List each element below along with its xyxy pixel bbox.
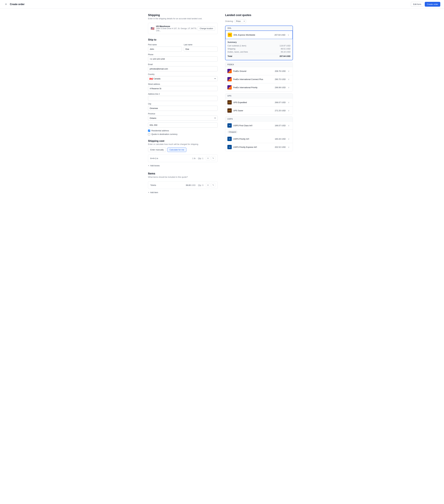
left-panel: Shipping Enter in the shipping details f…: [148, 14, 225, 195]
fedex-ip-name: FedEx International Priority: [233, 86, 258, 89]
ups-expedited-name: UPS Expedited: [233, 101, 247, 104]
warehouse-box: 🇺🇸 US Warehouse 1664 S Dixie Drive H 107…: [148, 23, 218, 34]
fedex-ic-plus-price: 290.70 USD: [275, 78, 286, 80]
box-row: 6×4×1 in 1 lb Qty: 1 ⊙ ✎: [148, 154, 218, 162]
fedex-ground-logo: FX: [227, 69, 232, 73]
close-button[interactable]: ✕: [4, 2, 8, 6]
item-settings-button[interactable]: ⊙: [206, 183, 210, 187]
item-qty: Qty: 3: [198, 184, 203, 186]
usps-priority-express-option[interactable]: US USPS Priority Express Int'l 202.52 US…: [225, 143, 293, 151]
usps-header: USPS: [225, 117, 293, 122]
item-edit-button[interactable]: ✎: [211, 183, 215, 187]
fedex-ic-plus-left: FX FedEx International Connect Plus: [227, 77, 263, 81]
usps-group: USPS US USPS First Class Int'l 166.07 US…: [225, 117, 293, 151]
cost-buttons: Enter manually Calculate for me: [148, 147, 218, 152]
first-name-input[interactable]: [148, 47, 182, 52]
box-qty: Qty: 1: [198, 157, 203, 160]
dhl-express-worldwide-option[interactable]: DHL DHL Express Worldwide 207.64 USD ∨: [225, 31, 293, 39]
ups-saver-left: UPS UPS Saver: [227, 108, 243, 113]
change-location-button[interactable]: Change location: [198, 26, 215, 31]
summary-total-label: Total: [227, 55, 232, 57]
box-edit-button[interactable]: ✎: [211, 156, 215, 161]
ship-to-title: Ship to: [148, 38, 218, 41]
cheapest-badge: Cheapest: [227, 130, 237, 133]
summary-subtotal-label: Cart subtotal (1 item): [227, 45, 246, 47]
last-name-input[interactable]: [184, 47, 218, 52]
add-item-plus-icon: +: [148, 191, 149, 194]
ups-saver-chevron[interactable]: ∨: [287, 109, 291, 112]
postal-input[interactable]: [148, 123, 218, 128]
usps-priority-express-chevron[interactable]: ∨: [287, 145, 291, 149]
fedex-ground-chevron[interactable]: ∨: [287, 69, 291, 73]
street-input[interactable]: [148, 86, 218, 91]
residential-checkbox[interactable]: [148, 130, 150, 132]
fedex-ic-plus-right: 290.70 USD ∨: [275, 77, 291, 81]
create-order-button[interactable]: Create order: [425, 2, 440, 7]
address2-label: Address line 2: [148, 93, 218, 95]
main-content: Shipping Enter in the shipping details f…: [142, 9, 302, 199]
destination-currency-checkbox[interactable]: [148, 133, 150, 135]
email-group: Email: [148, 63, 218, 71]
email-input[interactable]: [148, 66, 218, 71]
edit-form-button[interactable]: Edit form: [411, 2, 424, 7]
dhl-chevron-button[interactable]: ∨: [287, 33, 290, 37]
item-meta: 39.00 USD Qty: 3 ⊙ ✎: [186, 183, 215, 187]
dhl-header: DHL: [225, 26, 293, 31]
summary-subtotal-value: 119.97 USD: [279, 45, 291, 47]
ups-expedited-chevron[interactable]: ∨: [287, 101, 291, 104]
phone-input[interactable]: [148, 56, 218, 61]
summary-shipping-value: 48.51 USD: [281, 48, 291, 50]
usps-priority-logo: US: [227, 137, 232, 141]
province-group: Province Ontario British Columbia Quebec: [148, 113, 218, 121]
province-select[interactable]: Ontario British Columbia Quebec: [148, 116, 218, 121]
country-group: Country 🇨🇦 Canada United States: [148, 73, 218, 81]
summary-total-row: Total 207.64 USD: [227, 54, 291, 57]
address2-input[interactable]: [148, 96, 218, 101]
usps-first-class-logo: US: [227, 123, 232, 128]
usps-first-class-option[interactable]: US USPS First Class Int'l 166.07 USD ∨: [225, 122, 293, 130]
item-row: Tshirts 39.00 USD Qty: 3 ⊙ ✎: [148, 181, 218, 189]
fedex-ic-plus-chevron[interactable]: ∨: [287, 77, 291, 81]
ups-saver-option[interactable]: UPS UPS Saver 272.25 USD ∨: [225, 107, 293, 114]
usps-priority-option[interactable]: US USPS Priority Int'l 183.44 USD ∨: [225, 135, 293, 143]
add-item-row[interactable]: + Add item: [148, 190, 218, 195]
item-price: 39.00 USD: [186, 184, 196, 186]
postal-group: [148, 123, 218, 128]
enter-manually-button[interactable]: Enter manually: [148, 147, 166, 152]
box-actions: ⊙ ✎: [206, 156, 215, 161]
usps-priority-right: 183.44 USD ∨: [275, 137, 291, 141]
ups-saver-name: UPS Saver: [233, 109, 243, 112]
item-name: Tshirts: [150, 184, 156, 186]
usps-priority-name: USPS Priority Int'l: [233, 138, 249, 140]
ups-saver-price: 272.25 USD: [275, 109, 286, 112]
fedex-ic-plus-option[interactable]: FX FedEx International Connect Plus 290.…: [225, 75, 293, 83]
fedex-ip-chevron[interactable]: ∨: [287, 86, 291, 89]
first-name-group: First name: [148, 44, 182, 52]
warehouse-flag: 🇺🇸: [151, 27, 154, 30]
country-select[interactable]: Canada United States: [148, 76, 218, 81]
usps-first-class-chevron[interactable]: ∨: [287, 124, 291, 127]
shipping-desc: Enter in the shipping details for an acc…: [148, 18, 218, 20]
usps-priority-express-right: 202.52 USD ∨: [275, 145, 291, 149]
shipping-cost-desc: Enter or calculate how much will be char…: [148, 143, 218, 145]
usps-priority-chevron[interactable]: ∨: [287, 137, 291, 141]
warehouse-address: 1664 S Dixie Drive H 107, St. George, UT…: [156, 27, 198, 32]
add-boxes-label: Add boxes: [150, 164, 160, 167]
ups-saver-logo: UPS: [227, 108, 232, 113]
fedex-ground-option[interactable]: FX FedEx Ground 208.76 USD ∨: [225, 67, 293, 75]
add-boxes-row[interactable]: + Add boxes: [148, 163, 218, 168]
add-boxes-plus-icon: +: [148, 164, 149, 167]
calculate-for-me-button[interactable]: Calculate for me: [167, 147, 186, 152]
ups-expedited-option[interactable]: UPS UPS Expedited 268.07 USD ∨: [225, 98, 293, 107]
summary-title: Summary: [227, 41, 291, 43]
dhl-express-price: 207.64 USD: [274, 34, 285, 36]
header: ✕ Create order Edit form Create order: [0, 0, 444, 9]
city-input[interactable]: [148, 106, 218, 111]
fedex-ground-name: FedEx Ground: [233, 70, 246, 72]
ordering-select[interactable]: Price Carrier: [235, 19, 246, 23]
ups-expedited-price: 268.07 USD: [275, 101, 286, 104]
box-settings-button[interactable]: ⊙: [206, 156, 210, 161]
fedex-ip-option[interactable]: FX FedEx International Priority 299.99 U…: [225, 83, 293, 91]
summary-duties-row: Duties, taxes, and fees 39.16 USD: [227, 51, 291, 53]
usps-priority-express-logo: US: [227, 145, 232, 149]
